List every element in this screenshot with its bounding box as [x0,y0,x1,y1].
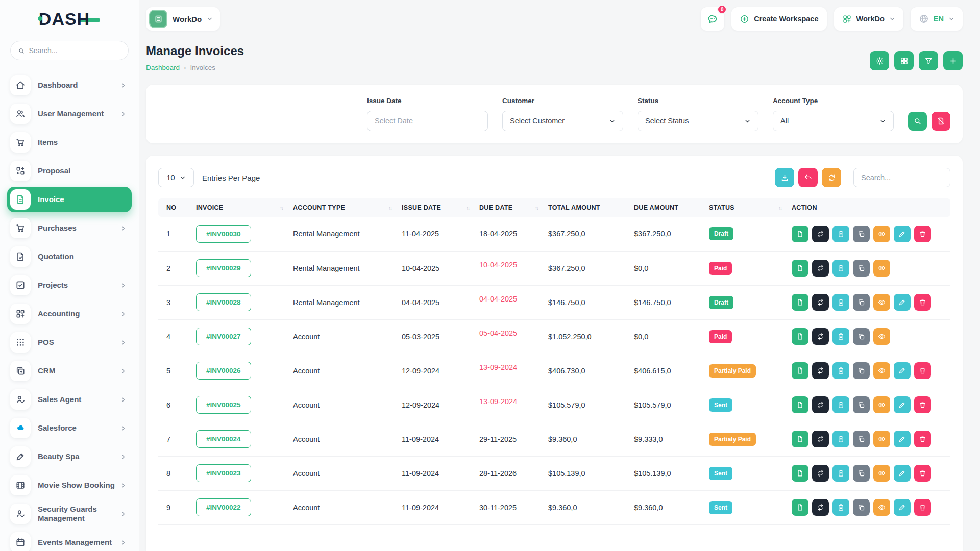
edit-action-button[interactable] [894,499,911,516]
trash-action-button[interactable] [914,362,931,379]
sidebar-item-projects[interactable]: Projects [7,272,132,298]
file-action-button[interactable] [792,499,808,516]
copy-action-button[interactable] [853,260,870,277]
file-action-button[interactable] [792,465,808,482]
issue-date-input[interactable] [367,111,488,131]
trash-action-button[interactable] [914,499,931,516]
sidebar-item-purchases[interactable]: Purchases [7,215,132,241]
sidebar-item-sales-agent[interactable]: Sales Agent [7,387,132,412]
eye-action-button[interactable] [873,499,890,516]
copy-action-button[interactable] [853,362,870,379]
account-type-select[interactable]: All [773,111,894,131]
repeat-action-button[interactable] [812,499,829,516]
clear-filter-button[interactable] [932,112,950,131]
eye-action-button[interactable] [873,328,890,345]
sort-icon[interactable]: ↑↓ [388,205,391,211]
eye-action-button[interactable] [873,294,890,311]
copy-action-button[interactable] [853,431,870,447]
column-header-due-date[interactable]: DUE DATE↑↓ [474,198,543,217]
invoice-number-link[interactable]: #INV00029 [196,259,251,277]
repeat-action-button[interactable] [812,260,829,277]
invoice-number-link[interactable]: #INV00026 [196,362,251,380]
add-invoice-button[interactable] [943,51,963,70]
edit-action-button[interactable] [894,431,911,447]
undo-button[interactable] [798,168,818,187]
breadcrumb-dashboard-link[interactable]: Dashboard [146,64,180,71]
file-action-button[interactable] [792,396,808,413]
sidebar-search-input[interactable] [29,46,121,55]
clipboard-action-button[interactable] [832,260,849,277]
grid-view-button[interactable] [894,51,914,70]
sidebar-item-invoice[interactable]: Invoice [7,187,132,212]
edit-action-button[interactable] [894,294,911,311]
sidebar-item-security-guards-management[interactable]: Security Guards Management [7,501,132,527]
sidebar-item-pos[interactable]: POS [7,330,132,355]
column-header-invoice[interactable]: INVOICE↑↓ [191,198,288,217]
trash-action-button[interactable] [914,465,931,482]
file-action-button[interactable] [792,260,808,277]
sidebar-search[interactable] [10,41,129,60]
app-logo[interactable]: DASH [39,9,100,29]
sidebar-item-user-management[interactable]: User Management [7,101,132,127]
trash-action-button[interactable] [914,396,931,413]
clipboard-action-button[interactable] [832,431,849,447]
copy-action-button[interactable] [853,294,870,311]
customer-select[interactable]: Select Customer [502,111,623,131]
eye-action-button[interactable] [873,465,890,482]
sidebar-item-accounting[interactable]: Accounting [7,301,132,327]
eye-action-button[interactable] [873,260,890,277]
invoice-number-link[interactable]: #INV00024 [196,430,251,448]
invoice-number-link[interactable]: #INV00023 [196,464,251,482]
repeat-action-button[interactable] [812,328,829,345]
trash-action-button[interactable] [914,226,931,242]
copy-action-button[interactable] [853,396,870,413]
repeat-action-button[interactable] [812,396,829,413]
clipboard-action-button[interactable] [832,328,849,345]
eye-action-button[interactable] [873,396,890,413]
workspace-selector[interactable]: WorkDo [146,7,220,31]
export-button[interactable] [775,168,794,187]
edit-action-button[interactable] [894,465,911,482]
messages-button[interactable]: 0 [701,7,724,31]
edit-action-button[interactable] [894,226,911,242]
sidebar-item-salesforce[interactable]: Salesforce [7,415,132,441]
column-header-status[interactable]: STATUS↑↓ [704,198,787,217]
sidebar-item-dashboard[interactable]: Dashboard [7,72,132,98]
entries-per-page-select[interactable]: 10 [158,168,194,187]
clipboard-action-button[interactable] [832,362,849,379]
repeat-action-button[interactable] [812,362,829,379]
sort-icon[interactable]: ↑↓ [535,205,538,211]
sort-icon[interactable]: ↑↓ [280,205,283,211]
apply-filter-button[interactable] [908,112,927,131]
edit-action-button[interactable] [894,396,911,413]
invoice-number-link[interactable]: #INV00028 [196,293,251,311]
sidebar-item-quotation[interactable]: Quotation [7,244,132,269]
file-action-button[interactable] [792,328,808,345]
invoice-number-link[interactable]: #INV00022 [196,498,251,516]
clipboard-action-button[interactable] [832,226,849,242]
sidebar-item-events-management[interactable]: Events Management [7,530,132,551]
file-action-button[interactable] [792,294,808,311]
status-select[interactable]: Select Status [638,111,758,131]
file-action-button[interactable] [792,226,808,242]
sort-icon[interactable]: ↑↓ [466,205,469,211]
trash-action-button[interactable] [914,431,931,447]
table-search-input[interactable] [853,168,950,187]
sidebar-item-beauty-spa[interactable]: Beauty Spa [7,444,132,469]
language-selector[interactable]: EN [911,7,963,31]
column-header-account-type[interactable]: ACCOUNT TYPE↑↓ [288,198,397,217]
invoice-number-link[interactable]: #INV00025 [196,396,251,414]
repeat-action-button[interactable] [812,431,829,447]
file-action-button[interactable] [792,362,808,379]
copy-action-button[interactable] [853,328,870,345]
create-workspace-button[interactable]: Create Workspace [731,7,826,31]
clipboard-action-button[interactable] [832,294,849,311]
copy-action-button[interactable] [853,465,870,482]
copy-action-button[interactable] [853,226,870,242]
settings-button[interactable] [870,51,889,70]
invoice-number-link[interactable]: #INV00030 [196,225,251,243]
repeat-action-button[interactable] [812,294,829,311]
eye-action-button[interactable] [873,362,890,379]
sidebar-item-crm[interactable]: CRM [7,358,132,384]
refresh-button[interactable] [822,168,841,187]
